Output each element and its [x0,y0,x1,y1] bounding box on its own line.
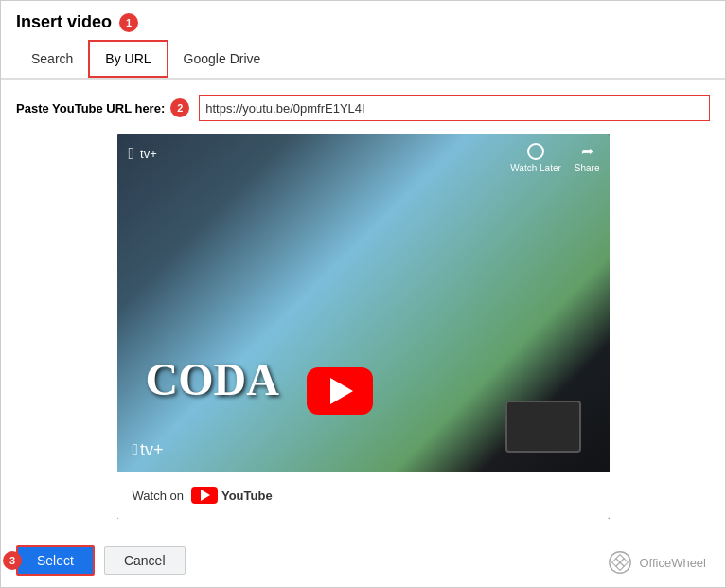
step3-badge: 3 [3,551,22,570]
youtube-bar: Watch on YouTube [117,472,610,519]
cancel-button[interactable]: Cancel [104,546,186,575]
tab-search[interactable]: Search [16,42,88,76]
apple-icon:  [129,144,135,164]
apple-icon-bottom:  [133,440,139,460]
tab-by-url[interactable]: By URL [88,40,168,78]
video-bg:  tv+ Watch Later ➦ Share CODA [117,134,610,519]
url-row: Paste YouTube URL here: 2 [16,95,710,121]
title-text: Insert video [16,12,112,32]
tabs-bar: Search By URL Google Drive [1,40,725,79]
watch-later-control: Watch Later [510,143,561,173]
share-control: ➦ Share [575,142,600,173]
dialog-header: Insert video 1 [1,1,725,40]
url-label: Paste YouTube URL here: 2 [16,98,189,117]
video-preview:  tv+ Watch Later ➦ Share CODA [117,134,610,519]
youtube-brand: YouTube [221,489,273,503]
watch-later-label: Watch Later [510,163,561,173]
appletv-label: tv+ [140,147,157,161]
car-mirror [505,401,581,453]
tab-google-drive[interactable]: Google Drive [168,42,276,76]
watermark: OfficeWheel [607,549,706,576]
video-controls-top: Watch Later ➦ Share [510,142,599,173]
youtube-logo-icon [191,487,218,504]
appletv-logo:  tv+ [129,144,157,164]
dialog-title: Insert video 1 [16,12,710,32]
url-label-text: Paste YouTube URL here: [16,101,165,116]
share-label: Share [575,163,600,173]
step2-badge: 2 [170,98,189,117]
coda-title: CODA [146,353,279,405]
share-arrow-icon: ➦ [581,142,593,160]
step1-badge: 1 [119,13,138,32]
clock-icon [527,143,544,160]
scene-overlay [117,134,610,519]
content-area: Paste YouTube URL here: 2  tv+ Wa [1,80,725,534]
youtube-logo: YouTube [191,487,273,504]
appletv-plus-label: tv+ [140,440,164,460]
appletv-plus-bottom:  tv+ [133,440,164,460]
officewheel-logo-icon [607,549,633,576]
watch-on-text: Watch on [133,489,184,503]
play-button[interactable] [307,367,373,415]
watermark-text: OfficeWheel [639,556,706,570]
dialog-footer: 3 Select Cancel OfficeWheel [1,534,725,587]
select-button[interactable]: Select [16,545,95,576]
url-input[interactable] [199,95,710,121]
insert-video-dialog: Insert video 1 Search By URL Google Driv… [0,0,726,588]
